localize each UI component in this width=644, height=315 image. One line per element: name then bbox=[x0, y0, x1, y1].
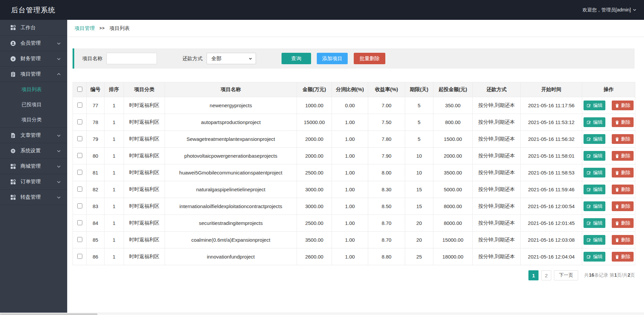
finance-icon: ¥ bbox=[10, 56, 16, 62]
edit-icon bbox=[587, 187, 591, 192]
row-checkbox[interactable] bbox=[77, 254, 82, 259]
cell-start: 2021-05-16 11:59:46 bbox=[521, 181, 582, 198]
cell-rate: 8.70 bbox=[368, 232, 405, 248]
cell-name: huawei5Gmobilecommunicationspatentprojec… bbox=[165, 164, 297, 181]
delete-button[interactable]: 删除 bbox=[612, 185, 634, 194]
cell-days: 10 bbox=[405, 164, 433, 181]
bulk-delete-button[interactable]: 批量删除 bbox=[354, 53, 385, 64]
delete-button[interactable]: 删除 bbox=[612, 134, 634, 144]
chevron-down-icon bbox=[56, 41, 61, 46]
sidebar-item-wheel[interactable]: 转盘管理 bbox=[0, 189, 67, 205]
user-menu[interactable]: 欢迎您，管理员[admin] bbox=[583, 7, 644, 13]
sidebar-item-mall[interactable]: 商城管理 bbox=[0, 158, 67, 174]
sidebar-item-workbench[interactable]: 工作台 bbox=[0, 20, 67, 35]
delete-button[interactable]: 删除 bbox=[612, 201, 634, 211]
edit-button[interactable]: 编辑 bbox=[584, 235, 605, 245]
sidebar-item-projects[interactable]: 项目管理 bbox=[0, 66, 67, 82]
row-checkbox[interactable] bbox=[77, 153, 82, 158]
header-category: 项目分类 bbox=[124, 82, 165, 97]
cell-category: 时时返福利区 bbox=[124, 181, 165, 198]
row-checkbox[interactable] bbox=[77, 220, 82, 225]
search-button[interactable]: 查询 bbox=[282, 53, 311, 64]
delete-button[interactable]: 删除 bbox=[612, 168, 634, 178]
delete-button[interactable]: 删除 bbox=[612, 101, 634, 110]
cell-days: 10 bbox=[405, 148, 433, 164]
trash-icon bbox=[615, 238, 619, 242]
cell-id: 83 bbox=[87, 198, 104, 215]
cell-actions: 编辑 删除 bbox=[582, 164, 635, 181]
project-name-input[interactable] bbox=[106, 53, 157, 64]
edit-button[interactable]: 编辑 bbox=[584, 218, 605, 228]
cell-sort: 1 bbox=[104, 164, 124, 181]
next-page-button[interactable]: 下一页 bbox=[554, 270, 578, 280]
cell-start: 2021-05-16 12:03:08 bbox=[521, 232, 582, 248]
cell-rate: 7.50 bbox=[368, 114, 405, 131]
sidebar-item-invested-projects[interactable]: 已投项目 bbox=[0, 97, 67, 112]
cell-min: 350.00 bbox=[433, 97, 473, 114]
add-project-button[interactable]: 添加项目 bbox=[317, 53, 348, 64]
table-row: 81 1 时时返福利区 huawei5Gmobilecommunications… bbox=[73, 164, 635, 181]
edit-button[interactable]: 编辑 bbox=[584, 201, 605, 211]
cell-id: 84 bbox=[87, 215, 104, 232]
delete-button[interactable]: 删除 bbox=[612, 235, 634, 245]
cell-repay: 按分钟,到期还本 bbox=[473, 164, 521, 181]
cell-id: 78 bbox=[87, 114, 104, 131]
select-all-checkbox[interactable] bbox=[77, 87, 82, 92]
edit-button[interactable]: 编辑 bbox=[584, 168, 605, 178]
filter-panel: 项目名称 还款方式 全部 查询 添加项目 批量删除 bbox=[73, 48, 635, 69]
cell-share: 1.00 bbox=[332, 131, 368, 148]
repay-method-select[interactable]: 全部 bbox=[207, 53, 256, 64]
edit-button[interactable]: 编辑 bbox=[584, 117, 605, 127]
cell-name: securitiestradingitemprojects bbox=[165, 215, 297, 232]
sidebar-item-project-list[interactable]: 项目列表 bbox=[0, 82, 67, 97]
edit-button[interactable]: 编辑 bbox=[584, 134, 605, 144]
wheel-icon bbox=[10, 194, 16, 200]
breadcrumb-parent-link[interactable]: 项目管理 bbox=[75, 25, 95, 32]
cell-sort: 1 bbox=[104, 198, 124, 215]
row-checkbox[interactable] bbox=[77, 119, 82, 124]
project-name-label: 项目名称 bbox=[82, 55, 102, 62]
horizontal-scrollbar[interactable] bbox=[0, 313, 644, 315]
cell-share: 1.00 bbox=[332, 232, 368, 248]
edit-icon bbox=[587, 221, 591, 226]
cell-id: 79 bbox=[87, 131, 104, 148]
table-row: 77 1 时时返福利区 newenergyprojects 1000.00 0.… bbox=[73, 97, 635, 114]
delete-button[interactable]: 删除 bbox=[612, 252, 634, 262]
edit-button[interactable]: 编辑 bbox=[584, 252, 605, 262]
sidebar-item-label: 项目管理 bbox=[20, 71, 56, 77]
cell-min: 8000.00 bbox=[433, 198, 473, 215]
edit-button[interactable]: 编辑 bbox=[584, 185, 605, 194]
cell-sort: 1 bbox=[104, 97, 124, 114]
row-checkbox[interactable] bbox=[77, 136, 82, 141]
delete-button[interactable]: 删除 bbox=[612, 218, 634, 228]
delete-button[interactable]: 删除 bbox=[612, 117, 634, 127]
sidebar-item-members[interactable]: 会员管理 bbox=[0, 35, 67, 51]
delete-button[interactable]: 删除 bbox=[612, 151, 634, 161]
sidebar-subitem-label: 项目列表 bbox=[22, 86, 42, 93]
row-checkbox[interactable] bbox=[77, 237, 82, 242]
page-button-2[interactable]: 2 bbox=[541, 270, 551, 280]
cell-min: 18000.00 bbox=[433, 248, 473, 265]
cell-share: 0.00 bbox=[332, 97, 368, 114]
trash-icon bbox=[615, 204, 619, 209]
sidebar-item-orders[interactable]: 订单管理 bbox=[0, 174, 67, 189]
sidebar-item-finance[interactable]: ¥ 财务管理 bbox=[0, 51, 67, 66]
trash-icon bbox=[615, 154, 619, 158]
page-button-1[interactable]: 1 bbox=[528, 270, 539, 280]
app-title: 后台管理系统 bbox=[0, 5, 55, 15]
edit-button[interactable]: 编辑 bbox=[584, 101, 605, 110]
cell-start: 2021-05-16 11:53:12 bbox=[521, 114, 582, 131]
cell-category: 时时返福利区 bbox=[124, 164, 165, 181]
sidebar-item-settings[interactable]: 系统设置 bbox=[0, 143, 67, 158]
row-checkbox[interactable] bbox=[77, 170, 82, 175]
scrollbar-thumb[interactable] bbox=[0, 313, 97, 315]
row-checkbox[interactable] bbox=[77, 103, 82, 108]
row-checkbox[interactable] bbox=[77, 203, 82, 208]
sidebar-item-project-categories[interactable]: 项目分类 bbox=[0, 112, 67, 127]
row-checkbox[interactable] bbox=[77, 187, 82, 192]
sidebar-item-articles[interactable]: 文章管理 bbox=[0, 127, 67, 143]
cell-rate: 7.90 bbox=[368, 148, 405, 164]
repay-method-value: 全部 bbox=[211, 55, 221, 62]
cell-days: 5 bbox=[405, 114, 433, 131]
edit-button[interactable]: 编辑 bbox=[584, 151, 605, 161]
